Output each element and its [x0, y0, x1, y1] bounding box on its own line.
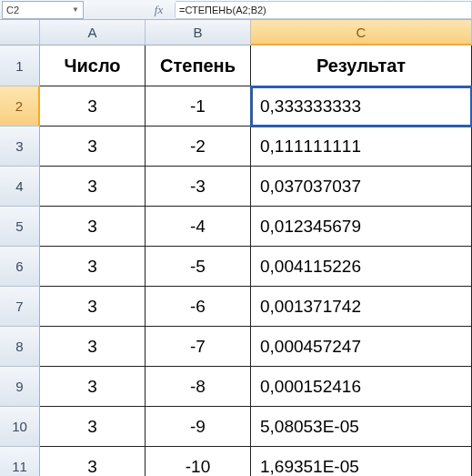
cell-B11[interactable]: -10	[146, 447, 251, 476]
row-header-3[interactable]: 3	[0, 127, 40, 167]
cell-C8[interactable]: 0,000457247	[251, 327, 472, 367]
cell-B4[interactable]: -3	[146, 167, 251, 207]
row-header-6[interactable]: 6	[0, 247, 40, 287]
cell-C9[interactable]: 0,000152416	[251, 367, 472, 407]
cell-B7[interactable]: -6	[146, 287, 251, 327]
row-header-7[interactable]: 7	[0, 287, 40, 327]
cell-C6[interactable]: 0,004115226	[251, 247, 472, 287]
cell-B9[interactable]: -8	[146, 367, 251, 407]
col-header-A[interactable]: A	[40, 20, 146, 46]
cell-C7[interactable]: 0,001371742	[251, 287, 472, 327]
cell-A3[interactable]: 3	[40, 127, 146, 167]
formula-input[interactable]: =СТЕПЕНЬ(A2;B2)	[176, 1, 472, 19]
cell-A11[interactable]: 3	[40, 447, 146, 476]
row-header-2[interactable]: 2	[0, 86, 40, 127]
name-box-value: C2	[6, 5, 19, 15]
formula-text: =СТЕПЕНЬ(A2;B2)	[179, 5, 266, 15]
cell-B6[interactable]: -5	[146, 247, 251, 287]
dropdown-icon[interactable]: ▼	[72, 5, 79, 14]
cell-B10[interactable]: -9	[146, 407, 251, 447]
cell-A1[interactable]: Число	[40, 46, 146, 86]
row-header-4[interactable]: 4	[0, 167, 40, 207]
row-header-11[interactable]: 11	[0, 447, 40, 476]
col-header-C[interactable]: C	[251, 20, 472, 46]
cell-C2[interactable]: 0,333333333	[251, 86, 472, 127]
cell-A5[interactable]: 3	[40, 207, 146, 247]
cell-B8[interactable]: -7	[146, 327, 251, 367]
cell-C5[interactable]: 0,012345679	[251, 207, 472, 247]
cell-A10[interactable]: 3	[40, 407, 146, 447]
cell-B2[interactable]: -1	[146, 86, 251, 127]
cell-A4[interactable]: 3	[40, 167, 146, 207]
row-header-5[interactable]: 5	[0, 207, 40, 247]
col-header-B[interactable]: B	[146, 20, 251, 46]
cell-C10[interactable]: 5,08053E-05	[251, 407, 472, 447]
cell-B3[interactable]: -2	[146, 127, 251, 167]
row-header-8[interactable]: 8	[0, 327, 40, 367]
cell-C1[interactable]: Результат	[251, 46, 472, 86]
cell-B5[interactable]: -4	[146, 207, 251, 247]
cell-C3[interactable]: 0,111111111	[251, 127, 472, 167]
name-box[interactable]: C2 ▼	[2, 1, 84, 19]
row-header-10[interactable]: 10	[0, 407, 40, 447]
formula-bar: C2 ▼ fx =СТЕПЕНЬ(A2;B2)	[0, 0, 472, 20]
row-header-9[interactable]: 9	[0, 367, 40, 407]
cell-C11[interactable]: 1,69351E-05	[251, 447, 472, 476]
cell-A6[interactable]: 3	[40, 247, 146, 287]
cell-A8[interactable]: 3	[40, 327, 146, 367]
cell-A9[interactable]: 3	[40, 367, 146, 407]
cell-C4[interactable]: 0,037037037	[251, 167, 472, 207]
cell-A7[interactable]: 3	[40, 287, 146, 327]
cell-A2[interactable]: 3	[40, 86, 146, 127]
fx-icon[interactable]: fx	[143, 3, 176, 17]
row-header-1[interactable]: 1	[0, 46, 40, 86]
spreadsheet-grid: A B C 1 Число Степень Результат 2 3 -1 0…	[0, 20, 472, 476]
select-all-corner[interactable]	[0, 20, 40, 46]
cell-B1[interactable]: Степень	[146, 46, 251, 86]
